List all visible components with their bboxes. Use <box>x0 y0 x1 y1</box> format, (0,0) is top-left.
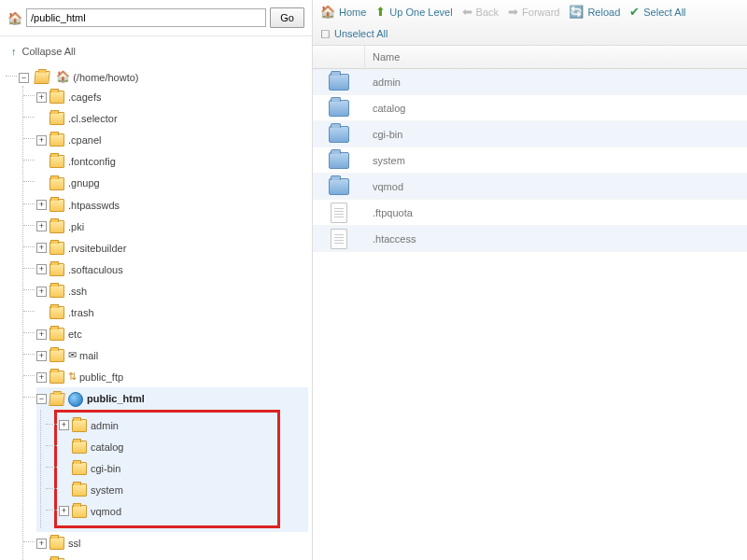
expand-toggle-icon[interactable]: + <box>36 243 47 253</box>
folder-icon <box>49 199 64 212</box>
mail-icon: ✉ <box>68 349 77 360</box>
tree-item-label: public_ftp <box>79 371 123 383</box>
file-icon <box>331 203 347 223</box>
tree-root[interactable]: − 🏠 (/home/howto) +.cagefs.cl.selector+.… <box>19 66 308 560</box>
collapse-toggle-icon[interactable]: − <box>36 394 47 404</box>
expand-toggle-icon[interactable]: + <box>36 539 47 549</box>
tree-item[interactable]: +vqmod <box>59 500 275 522</box>
tree-item[interactable]: +.htpasswds <box>36 194 308 216</box>
folder-icon <box>72 441 87 454</box>
tree-item-label: ssl <box>68 538 80 549</box>
folder-icon <box>72 419 87 432</box>
tree-item[interactable]: +.ssh <box>36 280 308 301</box>
expand-toggle-icon[interactable]: + <box>36 264 47 274</box>
tree-item[interactable]: +✉mail <box>36 344 308 366</box>
tree-item-label: .fontconfig <box>68 156 116 167</box>
tree-item-label: .cl.selector <box>68 113 118 124</box>
collapse-all[interactable]: ↑ Collapse All <box>0 36 312 66</box>
file-row[interactable]: system <box>313 147 747 174</box>
expand-toggle-icon[interactable]: + <box>36 92 47 103</box>
tree-item-label: catalog <box>91 441 123 453</box>
expand-toggle-icon[interactable]: + <box>36 372 47 383</box>
file-list: Name admincatalogcgi-binsystemvqmod.ftpq… <box>313 46 747 560</box>
folder-icon <box>49 328 64 341</box>
home-button[interactable]: 🏠Home <box>320 6 366 18</box>
folder-icon <box>49 537 64 550</box>
expand-toggle-icon[interactable]: + <box>36 200 47 210</box>
tree-item[interactable]: system <box>59 479 275 500</box>
file-name: catalog <box>365 103 747 114</box>
file-row[interactable]: vqmod <box>313 174 747 200</box>
forward-button[interactable]: ➡Forward <box>508 6 559 18</box>
folder-icon <box>329 178 349 195</box>
up-one-level-button[interactable]: ⬆Up One Level <box>375 6 452 18</box>
tree-item[interactable]: +.cpanel <box>36 129 308 150</box>
file-icon <box>331 229 347 249</box>
reload-button[interactable]: 🔄Reload <box>569 6 620 18</box>
tree-item[interactable]: +etc <box>36 323 308 344</box>
tree-item-label: admin <box>91 420 119 431</box>
tree-item[interactable]: .trash <box>36 301 308 323</box>
tree-item-label: .htpasswds <box>68 200 120 211</box>
tree-item[interactable]: catalog <box>59 436 275 457</box>
column-name[interactable]: Name <box>365 46 747 68</box>
file-name: system <box>365 155 747 166</box>
tree-item-public-html[interactable]: −public_html+admincatalogcgi-binsystem+v… <box>36 387 308 532</box>
go-button[interactable]: Go <box>270 7 304 28</box>
file-row[interactable]: catalog <box>313 95 747 121</box>
expand-toggle-icon[interactable]: + <box>59 420 69 430</box>
toggle-placeholder <box>59 463 69 473</box>
folder-icon <box>72 483 87 497</box>
expand-toggle-icon[interactable]: + <box>36 351 47 361</box>
back-button[interactable]: ⬅Back <box>462 6 499 18</box>
check-icon: ✔ <box>629 6 640 18</box>
collapse-toggle-icon[interactable]: − <box>19 73 29 83</box>
tree-item-label: .cpanel <box>68 134 101 146</box>
collapse-label: Collapse All <box>22 46 76 57</box>
tree-item[interactable]: +.pki <box>36 216 308 237</box>
folder-icon <box>329 100 349 117</box>
tree-item[interactable]: .fontconfig <box>36 150 308 172</box>
expand-toggle-icon[interactable]: + <box>59 506 69 516</box>
expand-toggle-icon[interactable]: + <box>36 287 47 297</box>
tree-item[interactable]: +.cagefs <box>36 86 308 107</box>
file-list-header: Name <box>313 46 747 69</box>
tree-item[interactable]: +.rvsitebuilder <box>36 237 308 259</box>
expand-toggle-icon[interactable]: + <box>36 221 47 231</box>
tree-item[interactable]: .cl.selector <box>36 107 308 129</box>
forward-icon: ➡ <box>508 6 518 18</box>
tree-item[interactable]: +.softaculous <box>36 259 308 280</box>
folder-icon <box>49 306 64 319</box>
folder-open-icon <box>49 393 64 406</box>
expand-toggle-icon[interactable]: + <box>36 135 47 146</box>
folder-icon <box>72 462 87 475</box>
back-icon: ⬅ <box>462 6 472 18</box>
tree-item[interactable]: +admin <box>59 414 275 436</box>
file-row[interactable]: admin <box>313 69 747 95</box>
tree-item[interactable]: +tmp <box>36 553 308 560</box>
select-all-button[interactable]: ✔Select All <box>629 6 685 18</box>
path-input[interactable] <box>26 8 266 27</box>
ftp-icon: ⇅ <box>68 371 77 382</box>
tree-item-label: mail <box>79 350 98 361</box>
file-row[interactable]: cgi-bin <box>313 121 747 147</box>
unselect-all-button[interactable]: ◻Unselect All <box>320 27 740 39</box>
tree-item[interactable]: +ssl <box>36 532 308 553</box>
folder-icon <box>49 91 64 104</box>
tree-item-label: vqmod <box>91 506 121 517</box>
up-icon: ⬆ <box>375 6 386 18</box>
file-name: cgi-bin <box>365 129 747 140</box>
folder-icon <box>329 74 349 91</box>
tree-item[interactable]: cgi-bin <box>59 457 275 479</box>
expand-toggle-icon[interactable]: + <box>36 329 47 340</box>
folder-open-icon <box>34 71 49 84</box>
folder-icon <box>49 112 64 125</box>
file-name: vqmod <box>365 181 747 192</box>
toggle-placeholder <box>59 441 69 452</box>
folder-icon <box>49 263 64 276</box>
tree-item[interactable]: +⇅public_ftp <box>36 366 308 387</box>
file-row[interactable]: .ftpquota <box>313 200 747 226</box>
file-row[interactable]: .htaccess <box>313 226 747 252</box>
tree-item[interactable]: .gnupg <box>36 172 308 193</box>
folder-icon <box>49 220 64 233</box>
